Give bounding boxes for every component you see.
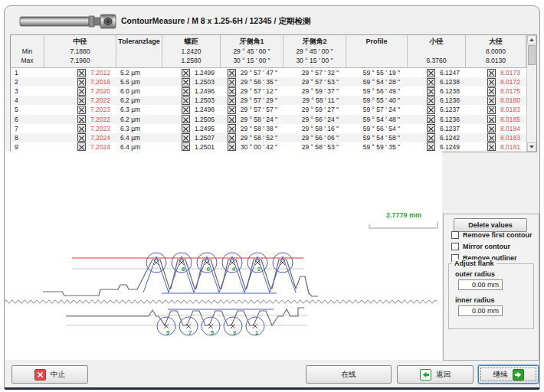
checked-checkbox-icon[interactable] bbox=[77, 78, 86, 87]
table-scrollbar[interactable] bbox=[526, 35, 536, 152]
column-header-pitch-diameter: 中径7.18807.1960 bbox=[44, 35, 116, 67]
checked-checkbox-icon[interactable] bbox=[487, 115, 496, 123]
checked-checkbox-icon[interactable] bbox=[228, 115, 236, 123]
wave-separator-icon bbox=[5, 298, 438, 305]
table-row[interactable]: 57.20236.3 µm1.249829 ° 57 ' 57 "29 ° 59… bbox=[11, 105, 526, 114]
checked-checkbox-icon[interactable] bbox=[182, 133, 190, 142]
checked-checkbox-icon[interactable] bbox=[182, 87, 190, 96]
checked-checkbox-icon[interactable] bbox=[182, 115, 190, 123]
outer-radius-field[interactable]: 0.00 mm bbox=[458, 279, 503, 290]
inner-radius-field[interactable]: 0.00 mm bbox=[458, 305, 503, 316]
checked-checkbox-icon[interactable] bbox=[228, 96, 236, 105]
cell-profile: 59 ° 54 ' 28 " bbox=[346, 77, 408, 87]
abort-button[interactable]: 中止 bbox=[11, 365, 88, 384]
cell-flank-angle-2: 29 ° 58 ' 16 " bbox=[283, 124, 346, 133]
checked-checkbox-icon[interactable] bbox=[228, 133, 236, 142]
checked-checkbox-icon[interactable] bbox=[182, 106, 190, 114]
probe-circles bbox=[146, 253, 293, 273]
scroll-up-icon[interactable] bbox=[527, 35, 536, 44]
adjust-flank-group: Adjust flank outer radius 0.00 mm inner … bbox=[448, 263, 534, 329]
checked-checkbox-icon[interactable] bbox=[487, 133, 496, 142]
checked-checkbox-icon[interactable] bbox=[182, 124, 190, 132]
cell-pitch: 1.2496 bbox=[162, 87, 221, 96]
checked-checkbox-icon[interactable] bbox=[228, 142, 236, 151]
measured-contour-line bbox=[43, 260, 318, 296]
checked-checkbox-icon[interactable] bbox=[77, 133, 86, 142]
svg-text:2: 2 bbox=[257, 266, 261, 273]
cell-tolerance: 5.6 µm bbox=[116, 77, 162, 87]
unchecked-checkbox-icon[interactable] bbox=[451, 231, 459, 239]
checked-checkbox-icon[interactable] bbox=[427, 133, 435, 142]
table-row[interactable]: 37.20206.0 µm1.249629 ° 57 ' 12 "29 ° 59… bbox=[11, 87, 526, 96]
cell-pitch-diameter: 7.2020 bbox=[44, 87, 116, 96]
checked-checkbox-icon[interactable] bbox=[228, 124, 236, 132]
cell-major-diameter: 8.0183 bbox=[466, 105, 526, 114]
checked-checkbox-icon[interactable] bbox=[427, 87, 435, 96]
cell-minor-diameter: 6.1238 bbox=[408, 87, 466, 96]
checked-checkbox-icon[interactable] bbox=[228, 106, 236, 114]
checked-checkbox-icon[interactable] bbox=[77, 106, 86, 114]
checked-checkbox-icon[interactable] bbox=[427, 78, 435, 87]
svg-text:7: 7 bbox=[188, 329, 192, 336]
back-button[interactable]: 返回 bbox=[397, 365, 474, 384]
cell-flank-angle-1: 29 ° 56 ' 35 " bbox=[221, 77, 283, 87]
checked-checkbox-icon[interactable] bbox=[77, 87, 86, 96]
online-button[interactable]: 在线 bbox=[306, 365, 392, 384]
remove-first-contour-option[interactable]: Remove first contour bbox=[451, 231, 533, 239]
cell-flank-angle-2: 29 ° 59 ' 37 " bbox=[283, 87, 346, 96]
checked-checkbox-icon[interactable] bbox=[487, 69, 496, 77]
checked-checkbox-icon[interactable] bbox=[77, 69, 86, 77]
checked-checkbox-icon[interactable] bbox=[487, 124, 496, 132]
cell-flank-angle-1: 29 ° 57 ' 47 " bbox=[221, 68, 283, 77]
cell-tolerance: 6.2 µm bbox=[116, 115, 162, 124]
row-number: 4 bbox=[11, 96, 44, 105]
checked-checkbox-icon[interactable] bbox=[427, 69, 435, 77]
checked-checkbox-icon[interactable] bbox=[228, 87, 236, 96]
checked-checkbox-icon[interactable] bbox=[182, 78, 190, 87]
unchecked-checkbox-icon[interactable] bbox=[451, 243, 459, 250]
measurement-table: MinMax 中径7.18807.1960 Toleranzlage 螺距1.2… bbox=[10, 34, 537, 152]
cell-tolerance: 5.2 µm bbox=[116, 68, 162, 77]
checked-checkbox-icon[interactable] bbox=[427, 96, 435, 105]
cell-flank-angle-2: 29 ° 56 ' 24 " bbox=[283, 115, 346, 124]
checked-checkbox-icon[interactable] bbox=[427, 124, 435, 132]
cell-flank-angle-1: 29 ° 58 ' 24 " bbox=[221, 115, 283, 124]
cell-minor-diameter: 6.1238 bbox=[408, 77, 466, 87]
checked-checkbox-icon[interactable] bbox=[77, 124, 86, 132]
table-row[interactable]: 67.20226.2 µm1.250529 ° 58 ' 24 "29 ° 56… bbox=[11, 115, 526, 124]
checked-checkbox-icon[interactable] bbox=[77, 115, 86, 123]
scroll-down-icon[interactable] bbox=[527, 142, 536, 152]
svg-text:3: 3 bbox=[233, 329, 237, 336]
mirror-contour-option[interactable]: Mirror contour bbox=[451, 243, 510, 250]
table-row[interactable]: 47.20226.2 µm1.250329 ° 57 ' 29 "29 ° 58… bbox=[11, 96, 526, 105]
next-button[interactable]: 继续 bbox=[478, 365, 539, 384]
checked-checkbox-icon[interactable] bbox=[182, 142, 190, 151]
column-header-toleranzlage: Toleranzlage bbox=[116, 35, 162, 67]
scrollbar-thumb[interactable] bbox=[528, 45, 536, 65]
checked-checkbox-icon[interactable] bbox=[427, 115, 435, 123]
checked-checkbox-icon[interactable] bbox=[427, 106, 435, 114]
delete-values-button[interactable]: Delete values bbox=[454, 218, 527, 232]
checked-checkbox-icon[interactable] bbox=[487, 87, 496, 96]
column-header-minmax: MinMax bbox=[11, 35, 44, 67]
table-row[interactable]: 87.20246.4 µm1.250729 ° 58 ' 52 "29 ° 56… bbox=[11, 133, 526, 142]
column-header-flank-angle-1: 牙侧角129 ° 45 ' 00 "30 ° 15 ' 00 " bbox=[221, 35, 283, 67]
checked-checkbox-icon[interactable] bbox=[487, 78, 496, 87]
table-row[interactable]: 17.20125.2 µm1.249929 ° 57 ' 47 "29 ° 57… bbox=[11, 68, 526, 77]
checked-checkbox-icon[interactable] bbox=[182, 69, 190, 77]
checked-checkbox-icon[interactable] bbox=[228, 78, 236, 87]
table-row[interactable]: 77.20236.3 µm1.249529 ° 58 ' 38 "29 ° 58… bbox=[11, 124, 526, 133]
cell-pitch: 1.2495 bbox=[162, 124, 221, 133]
checked-checkbox-icon[interactable] bbox=[487, 106, 496, 114]
checked-checkbox-icon[interactable] bbox=[487, 96, 496, 105]
cell-pitch: 1.2503 bbox=[162, 77, 221, 87]
cell-major-diameter: 8.0180 bbox=[466, 96, 526, 105]
checked-checkbox-icon[interactable] bbox=[228, 69, 236, 77]
checked-checkbox-icon[interactable] bbox=[77, 142, 86, 151]
checked-checkbox-icon[interactable] bbox=[427, 142, 435, 151]
checked-checkbox-icon[interactable] bbox=[77, 96, 86, 105]
checked-checkbox-icon[interactable] bbox=[487, 142, 496, 151]
checked-checkbox-icon[interactable] bbox=[182, 96, 190, 105]
row-number: 5 bbox=[11, 105, 44, 114]
table-row[interactable]: 27.20165.6 µm1.250329 ° 56 ' 35 "29 ° 57… bbox=[11, 77, 526, 87]
